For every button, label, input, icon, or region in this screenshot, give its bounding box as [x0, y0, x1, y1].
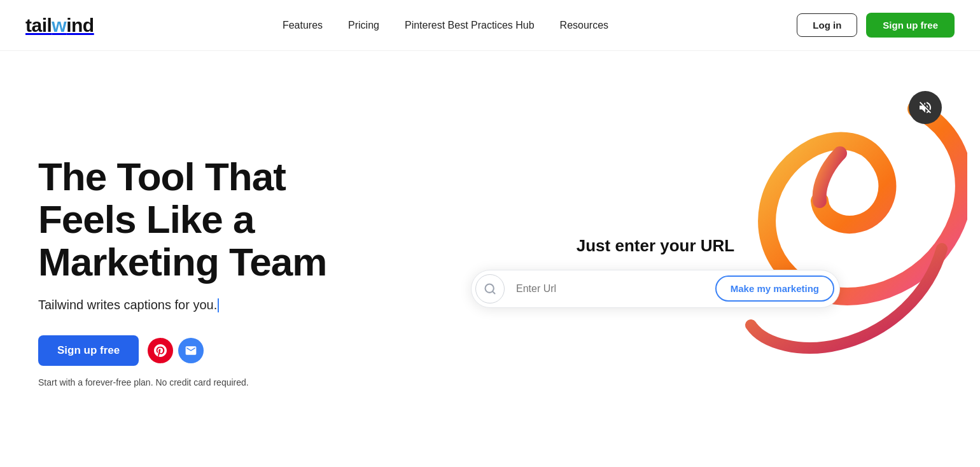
logo-ind: ind [66, 15, 94, 36]
hero-cta-row: Sign up free [38, 335, 369, 366]
main-nav: Features Pricing Pinterest Best Practice… [283, 20, 608, 31]
social-icons [148, 338, 204, 363]
hero-right: Just enter your URL Make my marketing [369, 100, 942, 418]
signup-button-header[interactable]: Sign up free [866, 13, 955, 38]
nav-pricing[interactable]: Pricing [348, 20, 379, 31]
url-box: Just enter your URL Make my marketing [471, 236, 840, 308]
hero-left: The Tool That Feels Like a Marketing Tea… [38, 130, 369, 388]
nav-resources[interactable]: Resources [560, 20, 608, 31]
signup-button-hero[interactable]: Sign up free [38, 335, 139, 366]
hero-section: The Tool That Feels Like a Marketing Tea… [0, 51, 980, 467]
swirl-decoration [713, 83, 967, 376]
logo[interactable]: tailwind [25, 15, 94, 36]
make-marketing-button[interactable]: Make my marketing [715, 275, 834, 302]
url-input-row: Make my marketing [471, 270, 840, 308]
email-icon[interactable] [178, 338, 204, 363]
mute-button[interactable] [909, 91, 942, 124]
nav-features[interactable]: Features [283, 20, 323, 31]
url-input[interactable] [511, 281, 709, 297]
hero-footer-text: Start with a forever-free plan. No credi… [38, 377, 369, 387]
nav-pinterest[interactable]: Pinterest Best Practices Hub [405, 20, 535, 31]
header-actions: Log in Sign up free [797, 13, 955, 38]
url-box-title: Just enter your URL [471, 236, 840, 256]
hero-headline: The Tool That Feels Like a Marketing Tea… [38, 156, 369, 284]
pinterest-icon[interactable] [148, 338, 173, 363]
login-button[interactable]: Log in [797, 13, 857, 37]
svg-line-1 [493, 291, 495, 293]
header: tailwind Features Pricing Pinterest Best… [0, 0, 980, 51]
logo-tail: tail [25, 15, 52, 36]
hero-subtitle: Tailwind writes captions for you. [38, 298, 369, 313]
search-circle [475, 274, 505, 303]
cursor [218, 298, 219, 312]
logo-w: w [52, 15, 66, 36]
